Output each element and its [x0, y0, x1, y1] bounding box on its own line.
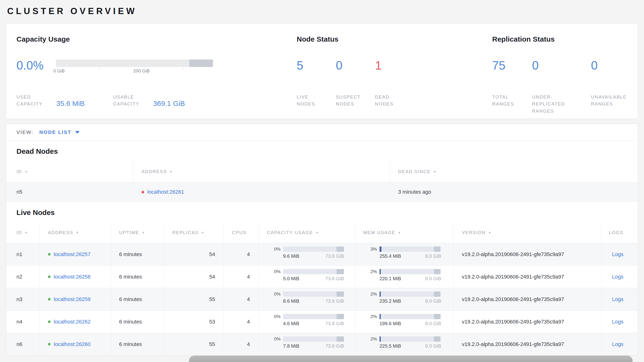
dead-nodes-count: 1 — [375, 59, 382, 72]
mem-usage-bar — [380, 314, 441, 319]
mem-total-value: 8.0 GiB — [425, 298, 441, 304]
capacity-percent-text: 0% — [266, 336, 283, 342]
sort-icon: ▼ — [76, 231, 80, 235]
suspect-nodes-stat: 0 SUSPECT NODES — [336, 58, 375, 108]
node-replicas: 53 — [164, 311, 224, 333]
dead-nodes-heading: Dead Nodes — [6, 141, 638, 161]
dead-col-dead-since-header[interactable]: DEAD SINCE ▼ — [390, 161, 638, 182]
live-col-version-header[interactable]: VERSION▼ — [454, 222, 602, 243]
axis-tick-mark — [99, 67, 99, 70]
cluster-overview-page: CLUSTER OVERVIEW Capacity Usage 0.0% 0 G… — [0, 6, 644, 355]
unavailable-ranges-label: UNAVAILABLE RANGES — [591, 93, 630, 108]
dead-col-id-header[interactable]: ID ▼ — [6, 161, 134, 182]
nodes-panel: VIEW: NODE LIST Dead Nodes ID ▼ ADDRESS … — [6, 124, 638, 355]
capacity-usage-section: Capacity Usage 0.0% 0 GiB 200 GiB — [16, 35, 297, 119]
table-row: n1 localhost:26257 6 minutes 54 4 0% 9.6… — [6, 243, 638, 265]
axis-tick-mark — [183, 67, 183, 70]
capacity-total-value: 73.8 GiB — [325, 276, 344, 281]
suspect-nodes-count: 0 — [336, 59, 342, 72]
mem-usage-bar — [380, 269, 441, 274]
mem-usage-bar — [380, 336, 441, 342]
capacity-percent: 0.0% — [16, 58, 56, 93]
node-address-link[interactable]: localhost:26257 — [54, 251, 90, 258]
mem-total-value: 8.0 GiB — [425, 343, 441, 349]
capacity-percent-text: 0% — [266, 269, 283, 274]
under-replicated-ranges-stat: 0 UNDER- REPLICATED RANGES — [532, 58, 591, 114]
usable-capacity-stat: USABLE CAPACITY 369.1 GiB — [113, 93, 185, 108]
node-logs-cell: Logs — [602, 288, 638, 310]
node-id: n3 — [6, 288, 40, 310]
mem-used-value: 220.1 MiB — [380, 276, 401, 281]
mem-total-value: 8.0 GiB — [425, 253, 441, 259]
capacity-bar-track — [56, 60, 213, 67]
capacity-used-value: 9.6 MiB — [283, 253, 299, 259]
node-address-link[interactable]: localhost:26258 — [54, 274, 90, 280]
unavailable-ranges-stat: 0 UNAVAILABLE RANGES — [591, 58, 630, 114]
table-row: n5 localhost:26261 3 minutes ago — [6, 182, 638, 202]
logs-link[interactable]: Logs — [612, 341, 624, 347]
view-selector-dropdown[interactable]: NODE LIST — [40, 129, 80, 135]
node-address-cell: localhost:26260 — [40, 333, 111, 355]
capacity-usage-bar — [283, 314, 344, 319]
node-address-link[interactable]: localhost:26261 — [147, 189, 184, 195]
node-status-title: Node Status — [297, 35, 492, 43]
node-cpus: 4 — [224, 266, 259, 288]
dock-overlay — [189, 355, 632, 362]
capacity-bar-chart: 0 GiB 200 GiB — [56, 58, 213, 93]
node-address-link[interactable]: localhost:26260 — [54, 341, 90, 347]
node-cpus: 4 — [224, 333, 259, 355]
chevron-down-icon — [75, 131, 80, 134]
capacity-usage-cell: 0% 8.6 MiB 73.8 GiB — [259, 288, 355, 310]
axis-tick-label: 0 GiB — [53, 68, 65, 74]
node-uptime: 6 minutes — [111, 266, 164, 288]
live-col-capacity-usage-header[interactable]: CAPACITY USAGE▼ — [259, 222, 355, 243]
live-col-cpus-header[interactable]: CPUS — [224, 222, 259, 243]
mem-percent-text: 2% — [362, 336, 380, 342]
live-col-logs-header[interactable]: LOGS — [602, 222, 638, 243]
live-col-mem-usage-header[interactable]: MEM USAGE▼ — [355, 222, 454, 243]
logs-link[interactable]: Logs — [612, 251, 624, 258]
node-cpus: 4 — [224, 288, 259, 310]
capacity-total-value: 73.8 GiB — [325, 298, 344, 304]
node-version: v19.2.0-alpha.20190606-2491-gfe735c9a97 — [454, 266, 602, 288]
logs-link[interactable]: Logs — [612, 274, 624, 280]
mem-percent-text: 2% — [362, 269, 380, 274]
capacity-used-value: 8.6 MiB — [283, 298, 299, 304]
capacity-percent-text: 0% — [266, 291, 283, 297]
node-address-cell: localhost:26257 — [40, 243, 111, 265]
capacity-used-value: 7.8 MiB — [283, 343, 299, 349]
live-col-address-header[interactable]: ADDRESS▼ — [40, 222, 111, 243]
sort-icon: ▼ — [433, 170, 437, 173]
live-nodes-label: LIVE NODES — [297, 93, 336, 108]
logs-link[interactable]: Logs — [612, 319, 624, 325]
sort-icon: ▼ — [201, 231, 205, 235]
node-replicas: 54 — [164, 243, 224, 265]
dead-col-address-header[interactable]: ADDRESS ▼ — [134, 161, 390, 182]
sort-icon: ▼ — [169, 170, 173, 173]
under-replicated-ranges-label: UNDER- REPLICATED RANGES — [532, 93, 591, 114]
live-status-icon — [48, 343, 50, 345]
capacity-usage-title: Capacity Usage — [16, 35, 297, 43]
mem-percent-text: 2% — [362, 291, 380, 297]
unavailable-ranges-count: 0 — [591, 59, 598, 72]
live-status-icon — [48, 275, 50, 278]
capacity-bar-axis: 0 GiB 200 GiB — [56, 67, 213, 75]
mem-used-value: 255.4 MiB — [380, 253, 401, 259]
node-version: v19.2.0-alpha.20190606-2491-gfe735c9a97 — [454, 243, 602, 265]
live-col-id-header[interactable]: ID▼ — [6, 222, 40, 243]
total-ranges-stat: 75 TOTAL RANGES — [492, 58, 532, 114]
sort-icon: ▼ — [315, 231, 319, 235]
mem-usage-bar — [380, 247, 441, 252]
dead-nodes-stat: 1 DEAD NODES — [375, 58, 414, 108]
capacity-total-value: 73.8 GiB — [325, 253, 344, 259]
capacity-percent-text: 0% — [266, 314, 283, 319]
node-address-link[interactable]: localhost:26262 — [54, 319, 90, 325]
node-address-link[interactable]: localhost:26259 — [54, 296, 90, 302]
dead-nodes-header-row: ID ▼ ADDRESS ▼ DEAD SINCE ▼ — [6, 161, 638, 182]
live-col-replicas-header[interactable]: REPLICAS▼ — [164, 222, 224, 243]
capacity-total-value: 73.8 GiB — [325, 321, 344, 326]
node-replicas: 54 — [164, 266, 224, 288]
dead-nodes-label: DEAD NODES — [375, 93, 414, 108]
logs-link[interactable]: Logs — [612, 296, 624, 302]
live-col-uptime-header[interactable]: UPTIME▼ — [111, 222, 164, 243]
